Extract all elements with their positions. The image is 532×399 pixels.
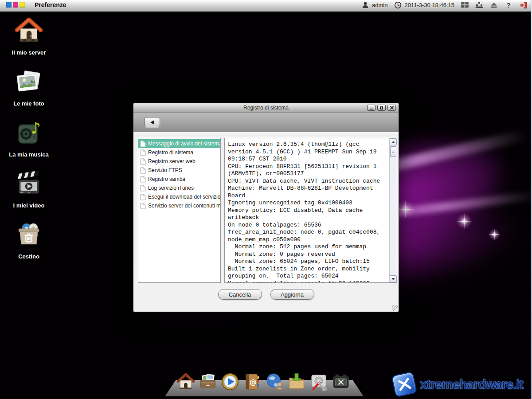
window-controls xyxy=(367,105,396,111)
log-scrollbar[interactable] xyxy=(389,138,397,282)
disk-tools-icon xyxy=(309,372,328,391)
svg-text:@: @ xyxy=(250,378,257,387)
refresh-button[interactable]: Aggiorna xyxy=(270,289,314,300)
list-item-label: Servizio server dei contenuti multimedia… xyxy=(148,203,220,209)
log-content-panel: Linux version 2.6.35.4 (thom@11z) (gcc v… xyxy=(224,138,397,283)
list-item-ftps-service[interactable]: Servizio FTPS xyxy=(138,166,220,175)
dock-contacts[interactable]: @ xyxy=(243,372,262,391)
contacts-icon: @ xyxy=(243,372,262,391)
log-text: Linux version 2.6.35.4 (thom@11z) (gcc v… xyxy=(225,138,389,282)
document-icon xyxy=(140,203,146,209)
dock: @ xyxy=(176,372,350,391)
dock-network[interactable] xyxy=(265,372,284,391)
sparkle-star xyxy=(456,213,473,230)
dialog-title: Registro di sistema xyxy=(243,105,289,111)
list-item-system-log[interactable]: Registro di sistema xyxy=(138,148,220,157)
list-item-label: Messaggio di avvio del sistema xyxy=(148,141,220,147)
back-arrow-icon xyxy=(150,120,154,125)
dock-downloads[interactable] xyxy=(287,372,306,391)
svg-text:♪: ♪ xyxy=(31,119,40,137)
list-item-itunes-log[interactable]: Log servizio iTunes xyxy=(138,184,220,192)
desktop-icon-label: Il mio server xyxy=(12,49,46,56)
dialog-titlebar[interactable]: Registro di sistema xyxy=(133,103,399,113)
dock-home[interactable] xyxy=(176,372,195,391)
desktop-icon-my-videos[interactable]: I miei video xyxy=(13,169,45,209)
photos-drawer-icon xyxy=(199,372,217,391)
list-item-samba-log[interactable]: Registro samba xyxy=(138,175,220,184)
minimize-icon xyxy=(370,109,373,110)
desktop-icon-my-server[interactable]: Il mio server xyxy=(12,16,46,56)
close-icon xyxy=(390,106,394,110)
list-item-media-server[interactable]: Servizio server dei contenuti multimedia… xyxy=(138,201,220,210)
back-button[interactable] xyxy=(144,117,160,127)
list-item-label: Log servizio iTunes xyxy=(148,185,194,191)
logo-square-magenta xyxy=(13,2,18,8)
media-player-icon xyxy=(221,372,239,391)
dialog-button-row: Cancella Aggiorna xyxy=(133,289,399,300)
minimize-button[interactable] xyxy=(367,105,376,111)
scroll-up-button[interactable] xyxy=(390,138,397,145)
username-label: admin xyxy=(372,2,387,8)
scroll-down-button[interactable] xyxy=(390,275,397,282)
desktop-icon-column: Il mio server Le mie foto xyxy=(0,16,58,260)
arrow-down-icon xyxy=(391,278,395,280)
list-item-boot-message[interactable]: Messaggio di avvio del sistema xyxy=(138,139,220,148)
list-item-web-server-log[interactable]: Registro server web xyxy=(138,157,220,166)
close-button[interactable] xyxy=(387,105,396,111)
list-item-download-service[interactable]: Esegui il download del servizio xyxy=(138,192,220,201)
network-globe-icon xyxy=(265,372,284,391)
thumb-grip-icon xyxy=(392,151,395,153)
resize-grip[interactable] xyxy=(392,305,398,311)
maximize-icon xyxy=(380,106,383,110)
desktop-icon-label: La mia musica xyxy=(9,151,49,158)
logo-square-yellow xyxy=(20,2,25,8)
photos-icon xyxy=(14,67,43,98)
dock-disk-tools[interactable] xyxy=(309,372,328,391)
maximize-button[interactable] xyxy=(377,105,386,111)
page-title: Preferenze xyxy=(35,1,66,8)
logout-icon[interactable] xyxy=(519,1,528,9)
downloads-folder-icon xyxy=(287,372,306,391)
document-icon xyxy=(140,167,146,174)
trash-icon xyxy=(14,220,43,251)
document-icon xyxy=(140,158,146,165)
brand-logo xyxy=(6,2,25,8)
xtremehardware-logo xyxy=(391,371,418,397)
dialog-body: Messaggio di avvio del sistema Registro … xyxy=(133,132,399,312)
watermark: xtremehardware.it xyxy=(393,373,523,395)
home-icon xyxy=(14,16,43,47)
desktop-icon-label: I miei video xyxy=(13,202,45,209)
desktop-icon-my-photos[interactable]: Le mie foto xyxy=(13,67,44,107)
scrollbar-thumb[interactable] xyxy=(390,146,396,157)
list-item-label: Registro server web xyxy=(148,158,196,164)
list-item-label: Servizio FTPS xyxy=(148,167,182,173)
sparkle-star xyxy=(488,228,501,241)
dock-photos[interactable] xyxy=(199,372,217,391)
document-icon xyxy=(140,185,146,192)
desktop-icon-trash[interactable]: Cestino xyxy=(14,220,43,260)
desktop-icon-label: Le mie foto xyxy=(13,100,44,107)
datetime-label: 2011-3-30 18:46:15 xyxy=(404,2,454,8)
list-item-label: Registro samba xyxy=(148,176,185,182)
log-category-list: Messaggio di avvio del sistema Registro … xyxy=(138,138,221,283)
eject-icon[interactable] xyxy=(489,1,498,9)
network-places-icon[interactable] xyxy=(475,1,484,9)
user-icon xyxy=(361,1,370,9)
topbar-status-area: admin 2011-3-30 18:46:15 ? xyxy=(361,1,528,9)
desktop-screen: Preferenze admin 2011-3-30 18:46:15 ? xyxy=(0,0,532,399)
desktop-icon-label: Cestino xyxy=(18,253,39,260)
dock-media-player[interactable] xyxy=(221,372,239,391)
dock-device-manager[interactable] xyxy=(332,372,350,391)
document-icon xyxy=(140,141,146,147)
desktop-icon-my-music[interactable]: ♪ La mia musica xyxy=(9,118,49,158)
document-icon xyxy=(140,149,146,156)
system-log-dialog: Registro di sistema Messaggio di avvio d… xyxy=(133,103,399,312)
help-icon[interactable]: ? xyxy=(504,1,513,9)
scrollbar-track[interactable] xyxy=(390,158,397,275)
list-item-label: Esegui il download del servizio xyxy=(148,194,220,200)
dialog-toolbar xyxy=(133,113,399,132)
document-icon xyxy=(140,176,146,183)
music-icon: ♪ xyxy=(14,118,43,149)
clear-button[interactable]: Cancella xyxy=(218,289,262,300)
window-grid-icon[interactable] xyxy=(460,1,469,9)
